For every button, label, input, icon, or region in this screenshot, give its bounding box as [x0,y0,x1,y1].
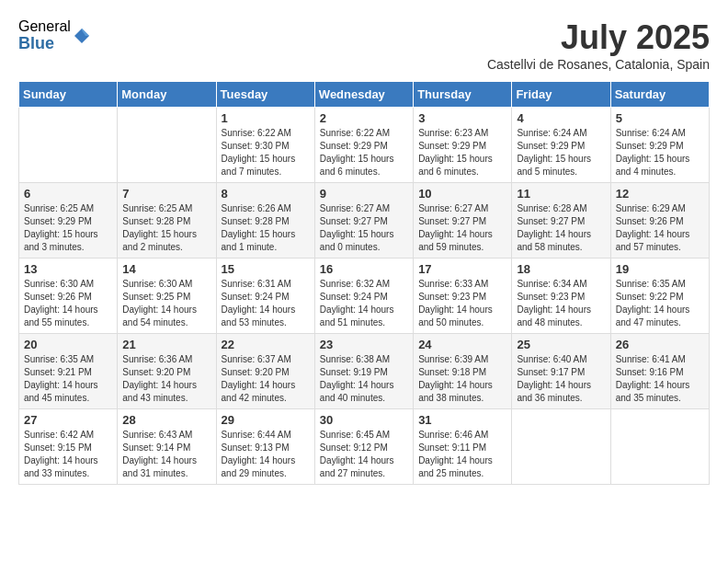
calendar-header-cell: Friday [512,82,610,108]
day-info: Sunrise: 6:22 AM Sunset: 9:30 PM Dayligh… [222,127,310,178]
day-info: Sunrise: 6:44 AM Sunset: 9:13 PM Dayligh… [222,429,310,480]
calendar-cell: 13Sunrise: 6:30 AM Sunset: 9:26 PM Dayli… [19,259,118,334]
day-number: 19 [616,262,704,276]
day-number: 25 [517,338,605,351]
calendar-week-row: 20Sunrise: 6:35 AM Sunset: 9:21 PM Dayli… [19,334,710,409]
calendar-cell: 20Sunrise: 6:35 AM Sunset: 9:21 PM Dayli… [19,334,118,409]
logo: General Blue [18,18,91,52]
day-number: 1 [222,111,310,125]
month-title: July 2025 [487,18,710,57]
calendar-table: SundayMondayTuesdayWednesdayThursdayFrid… [18,81,710,485]
calendar-cell: 27Sunrise: 6:42 AM Sunset: 9:15 PM Dayli… [19,409,118,485]
day-number: 31 [418,413,506,427]
day-info: Sunrise: 6:25 AM Sunset: 9:28 PM Dayligh… [122,202,210,254]
calendar-week-row: 6Sunrise: 6:25 AM Sunset: 9:29 PM Daylig… [19,183,710,259]
calendar-header-cell: Saturday [610,82,709,108]
location: Castellvi de Rosanes, Catalonia, Spain [487,57,710,72]
calendar-week-row: 1Sunrise: 6:22 AM Sunset: 9:30 PM Daylig… [19,108,710,183]
logo-blue: Blue [18,35,71,53]
day-info: Sunrise: 6:34 AM Sunset: 9:23 PM Dayligh… [517,278,605,329]
day-number: 26 [616,338,704,351]
calendar-cell: 26Sunrise: 6:41 AM Sunset: 9:16 PM Dayli… [610,334,709,409]
day-info: Sunrise: 6:41 AM Sunset: 9:16 PM Dayligh… [616,353,704,405]
day-number: 13 [24,262,112,276]
day-number: 18 [517,262,605,276]
day-info: Sunrise: 6:43 AM Sunset: 9:14 PM Dayligh… [122,429,210,480]
day-info: Sunrise: 6:23 AM Sunset: 9:29 PM Dayligh… [418,127,506,178]
calendar-header-row: SundayMondayTuesdayWednesdayThursdayFrid… [19,82,710,108]
day-info: Sunrise: 6:37 AM Sunset: 9:20 PM Dayligh… [222,353,310,405]
day-info: Sunrise: 6:24 AM Sunset: 9:29 PM Dayligh… [616,127,704,178]
calendar-cell: 11Sunrise: 6:28 AM Sunset: 9:27 PM Dayli… [512,183,610,259]
day-number: 21 [122,338,210,351]
day-number: 29 [222,413,310,427]
day-number: 27 [24,413,112,427]
day-number: 28 [122,413,210,427]
calendar-cell: 7Sunrise: 6:25 AM Sunset: 9:28 PM Daylig… [118,183,216,259]
calendar-cell: 22Sunrise: 6:37 AM Sunset: 9:20 PM Dayli… [216,334,314,409]
title-area: July 2025 Castellvi de Rosanes, Cataloni… [487,18,710,72]
day-info: Sunrise: 6:25 AM Sunset: 9:29 PM Dayligh… [24,202,112,254]
calendar-week-row: 13Sunrise: 6:30 AM Sunset: 9:26 PM Dayli… [19,259,710,334]
day-number: 6 [24,187,112,201]
day-info: Sunrise: 6:31 AM Sunset: 9:24 PM Dayligh… [222,278,310,329]
day-info: Sunrise: 6:32 AM Sunset: 9:24 PM Dayligh… [320,278,408,329]
day-number: 10 [418,187,506,201]
logo-general: General [18,18,71,35]
calendar-cell: 28Sunrise: 6:43 AM Sunset: 9:14 PM Dayli… [118,409,216,485]
calendar-cell: 29Sunrise: 6:44 AM Sunset: 9:13 PM Dayli… [216,409,314,485]
day-number: 23 [320,338,408,351]
day-info: Sunrise: 6:30 AM Sunset: 9:25 PM Dayligh… [122,278,210,329]
day-info: Sunrise: 6:35 AM Sunset: 9:21 PM Dayligh… [24,353,112,405]
calendar-cell: 9Sunrise: 6:27 AM Sunset: 9:27 PM Daylig… [314,183,413,259]
day-info: Sunrise: 6:24 AM Sunset: 9:29 PM Dayligh… [517,127,605,178]
day-number: 14 [122,262,210,276]
day-info: Sunrise: 6:33 AM Sunset: 9:23 PM Dayligh… [418,278,506,329]
day-info: Sunrise: 6:35 AM Sunset: 9:22 PM Dayligh… [616,278,704,329]
logo-text: General Blue [18,18,71,52]
day-number: 17 [418,262,506,276]
day-number: 8 [222,187,310,201]
day-number: 9 [320,187,408,201]
day-number: 16 [320,262,408,276]
day-info: Sunrise: 6:27 AM Sunset: 9:27 PM Dayligh… [418,202,506,254]
page-header: General Blue July 2025 Castellvi de Rosa… [18,18,710,72]
day-info: Sunrise: 6:29 AM Sunset: 9:26 PM Dayligh… [616,202,704,254]
day-number: 12 [616,187,704,201]
day-info: Sunrise: 6:36 AM Sunset: 9:20 PM Dayligh… [122,353,210,405]
day-info: Sunrise: 6:42 AM Sunset: 9:15 PM Dayligh… [24,429,112,480]
calendar-cell: 12Sunrise: 6:29 AM Sunset: 9:26 PM Dayli… [610,183,709,259]
calendar-cell: 17Sunrise: 6:33 AM Sunset: 9:23 PM Dayli… [414,259,512,334]
day-info: Sunrise: 6:27 AM Sunset: 9:27 PM Dayligh… [320,202,408,254]
day-number: 11 [517,187,605,201]
calendar-body: 1Sunrise: 6:22 AM Sunset: 9:30 PM Daylig… [19,108,710,485]
day-number: 2 [320,111,408,125]
calendar-cell: 19Sunrise: 6:35 AM Sunset: 9:22 PM Dayli… [610,259,709,334]
day-info: Sunrise: 6:38 AM Sunset: 9:19 PM Dayligh… [320,353,408,405]
calendar-cell: 18Sunrise: 6:34 AM Sunset: 9:23 PM Dayli… [512,259,610,334]
calendar-cell: 23Sunrise: 6:38 AM Sunset: 9:19 PM Dayli… [314,334,413,409]
calendar-week-row: 27Sunrise: 6:42 AM Sunset: 9:15 PM Dayli… [19,409,710,485]
calendar-cell: 6Sunrise: 6:25 AM Sunset: 9:29 PM Daylig… [19,183,118,259]
calendar-cell: 3Sunrise: 6:23 AM Sunset: 9:29 PM Daylig… [414,108,512,183]
day-number: 15 [222,262,310,276]
day-number: 4 [517,111,605,125]
calendar-cell: 15Sunrise: 6:31 AM Sunset: 9:24 PM Dayli… [216,259,314,334]
day-number: 5 [616,111,704,125]
day-number: 22 [222,338,310,351]
calendar-cell: 1Sunrise: 6:22 AM Sunset: 9:30 PM Daylig… [216,108,314,183]
day-info: Sunrise: 6:46 AM Sunset: 9:11 PM Dayligh… [418,429,506,480]
calendar-cell: 2Sunrise: 6:22 AM Sunset: 9:29 PM Daylig… [314,108,413,183]
day-info: Sunrise: 6:45 AM Sunset: 9:12 PM Dayligh… [320,429,408,480]
calendar-header-cell: Sunday [19,82,118,108]
calendar-header-cell: Thursday [414,82,512,108]
day-info: Sunrise: 6:26 AM Sunset: 9:28 PM Dayligh… [222,202,310,254]
day-number: 20 [24,338,112,351]
calendar-cell: 8Sunrise: 6:26 AM Sunset: 9:28 PM Daylig… [216,183,314,259]
day-number: 24 [418,338,506,351]
calendar-cell: 5Sunrise: 6:24 AM Sunset: 9:29 PM Daylig… [610,108,709,183]
calendar-cell: 21Sunrise: 6:36 AM Sunset: 9:20 PM Dayli… [118,334,216,409]
calendar-cell [610,409,709,485]
calendar-cell: 14Sunrise: 6:30 AM Sunset: 9:25 PM Dayli… [118,259,216,334]
calendar-cell: 16Sunrise: 6:32 AM Sunset: 9:24 PM Dayli… [314,259,413,334]
